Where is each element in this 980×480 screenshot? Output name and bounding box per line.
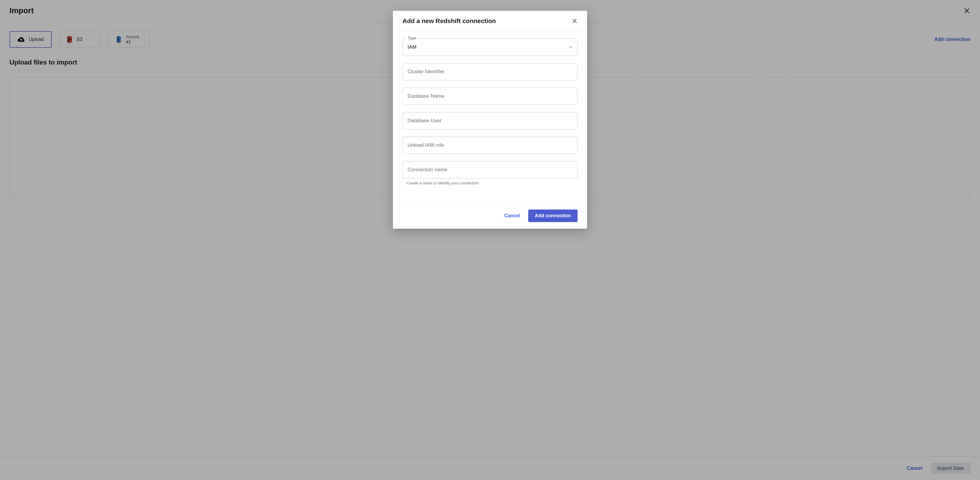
modal-title: Add a new Redshift connection <box>402 18 496 24</box>
type-label: Type <box>406 36 418 40</box>
type-select[interactable]: IAM <box>402 38 578 56</box>
type-field: Type IAM <box>402 38 578 56</box>
modal-add-connection-button[interactable]: Add connection <box>528 209 578 222</box>
modal-overlay[interactable]: Add a new Redshift connection Type IAM <box>0 0 980 480</box>
cluster-identifier-field <box>402 63 578 80</box>
close-icon <box>572 19 577 23</box>
connection-name-field: Create a name to identify your connectio… <box>402 161 578 185</box>
database-name-input[interactable] <box>402 88 578 105</box>
modal-body: Type IAM <box>393 31 587 191</box>
cluster-identifier-input[interactable] <box>402 63 578 80</box>
unload-iam-role-field <box>402 137 578 154</box>
modal-header: Add a new Redshift connection <box>393 11 587 31</box>
chevron-down-icon <box>569 46 573 48</box>
database-user-field <box>402 112 578 129</box>
database-name-field <box>402 88 578 105</box>
modal-close-button[interactable] <box>571 18 578 24</box>
database-user-input[interactable] <box>402 112 578 129</box>
unload-iam-role-input[interactable] <box>402 137 578 154</box>
modal-cancel-button[interactable]: Cancel <box>504 213 520 218</box>
redshift-connection-modal: Add a new Redshift connection Type IAM <box>393 11 587 229</box>
type-value: IAM <box>407 44 417 50</box>
connection-name-input[interactable] <box>402 161 578 179</box>
connection-name-helper: Create a name to identify your connectio… <box>402 181 578 185</box>
modal-footer: Cancel Add connection <box>393 203 587 229</box>
